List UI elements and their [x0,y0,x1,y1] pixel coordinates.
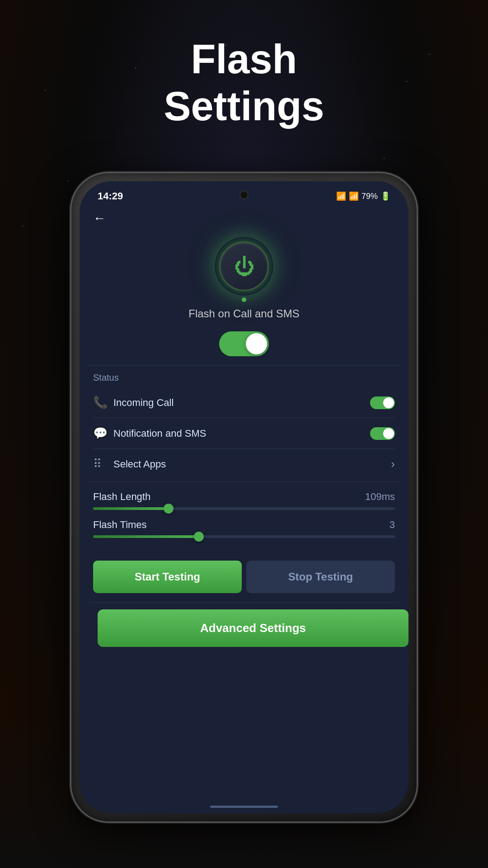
flash-times-track[interactable] [93,535,395,538]
test-buttons-container: Start Testing Stop Testing [80,556,408,602]
stop-testing-button[interactable]: Stop Testing [246,561,395,593]
main-toggle[interactable] [219,331,269,356]
flash-length-track[interactable] [93,507,395,510]
battery-icon: 🔋 [380,191,390,201]
signal-icon: 📶 [349,191,359,201]
back-button[interactable]: ← [80,207,408,228]
select-apps-row[interactable]: ⠿ Select Apps › [93,449,395,479]
status-time: 14:29 [98,190,123,202]
advanced-container: Advanced Settings [80,603,408,656]
page-title: Flash Settings [0,36,488,130]
chevron-right-icon: › [391,457,395,471]
sliders-section: Flash Length 109ms Flash Times 3 [80,482,408,556]
select-apps-label: Select Apps [113,458,391,470]
flash-times-fill [93,535,199,538]
start-testing-button[interactable]: Start Testing [93,561,242,593]
flash-length-value: 109ms [365,491,395,503]
flash-length-thumb[interactable] [164,504,174,514]
flash-label: Flash on Call and SMS [188,307,299,320]
advanced-settings-button[interactable]: Advanced Settings [98,609,408,647]
flash-length-fill [93,507,169,510]
camera-notch [239,190,249,199]
phone-screen: 14:29 📶 📶 79% 🔋 ← ⏻ Flash on Call and SM… [80,181,408,813]
power-button-glow[interactable]: ⏻ [215,237,273,296]
flash-times-value: 3 [389,519,395,531]
flash-length-label: Flash Length [93,491,150,503]
wifi-icon: 📶 [336,191,346,201]
notification-sms-row: 💬 Notification and SMS [93,418,395,449]
phone-mockup: 14:29 📶 📶 79% 🔋 ← ⏻ Flash on Call and SM… [70,172,418,823]
flash-length-row: Flash Length 109ms [93,491,395,510]
home-bar [210,806,278,808]
status-icons: 📶 📶 79% 🔋 [336,191,390,201]
flash-length-header: Flash Length 109ms [93,491,395,503]
notification-sms-label: Notification and SMS [113,428,370,439]
incoming-call-row: 📞 Incoming Call [93,387,395,418]
flash-times-row: Flash Times 3 [93,519,395,538]
notification-sms-toggle[interactable] [370,427,395,440]
notification-sms-toggle-thumb [383,428,394,439]
flash-times-header: Flash Times 3 [93,519,395,531]
message-icon: 💬 [93,426,113,440]
flash-times-label: Flash Times [93,519,147,531]
main-toggle-thumb [246,333,267,354]
power-dot [242,297,246,302]
incoming-call-toggle-thumb [383,397,394,408]
status-heading: Status [93,373,395,383]
main-toggle-container [80,327,408,365]
power-section: ⏻ Flash on Call and SMS [80,228,408,327]
apps-icon: ⠿ [93,457,113,471]
phone-icon: 📞 [93,396,113,410]
incoming-call-toggle[interactable] [370,396,395,409]
status-section: Status 📞 Incoming Call 💬 Notification an… [80,366,408,481]
power-button[interactable]: ⏻ [219,241,269,291]
incoming-call-label: Incoming Call [113,397,370,409]
home-indicator [80,800,408,813]
power-icon: ⏻ [234,256,254,277]
flash-times-thumb[interactable] [194,532,204,542]
battery-text: 79% [361,192,378,201]
